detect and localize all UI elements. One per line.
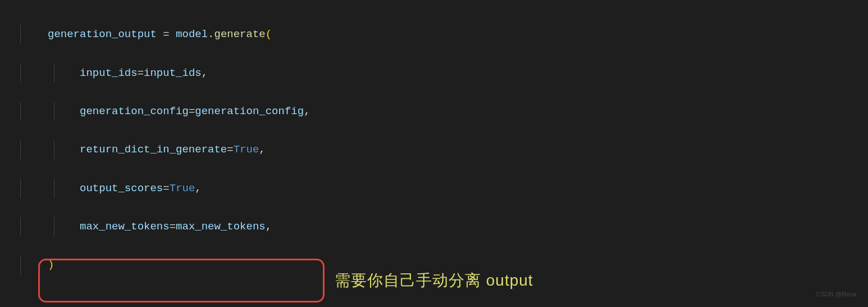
code-token: generate (214, 28, 266, 40)
code-token: generation_config (195, 105, 304, 118)
code-token: input_ids (144, 67, 202, 79)
annotation-text: 需要你自己手动分离 output (335, 267, 533, 295)
code-token: return_dict_in_generate (80, 143, 227, 156)
code-token: True (234, 143, 259, 156)
code-token: max_new_tokens (176, 220, 266, 233)
code-token: output_scores (80, 182, 163, 195)
code-token: True (170, 182, 195, 195)
code-editor[interactable]: generation_output = model.generate( inpu… (0, 6, 868, 307)
code-token: input_ids (80, 67, 138, 79)
code-token: model (176, 28, 208, 40)
watermark: CSDN @Reza. (816, 289, 858, 300)
code-token: max_new_tokens (80, 220, 170, 233)
code-token: generation_config (80, 105, 189, 118)
code-token: generation_output (48, 28, 157, 40)
